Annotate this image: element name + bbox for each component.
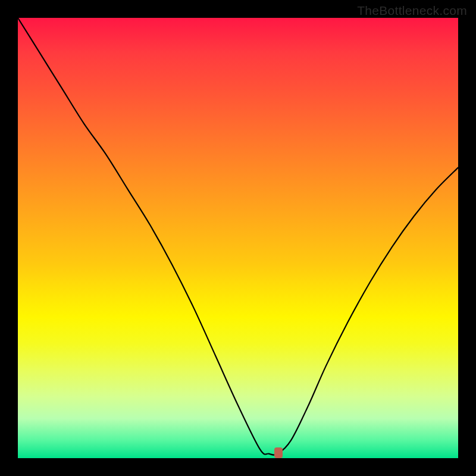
curve-path	[18, 18, 458, 455]
minimum-marker	[274, 447, 283, 458]
watermark-text: TheBottleneck.com	[357, 4, 467, 18]
bottleneck-curve	[0, 0, 476, 476]
chart-frame: TheBottleneck.com	[0, 0, 476, 476]
